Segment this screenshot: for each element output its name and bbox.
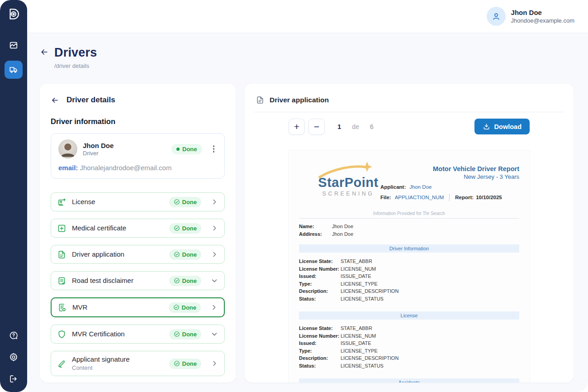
doc-field-row: Type:LICENSE_TYPE xyxy=(299,347,519,355)
sidebar-item-image[interactable] xyxy=(5,36,23,54)
sidebar-item-logout[interactable] xyxy=(9,374,19,384)
zoom-out-button[interactable]: − xyxy=(308,119,325,135)
user-menu[interactable]: Jhon Doe Jhondoe@example.com xyxy=(487,7,574,26)
chevron-down-icon[interactable] xyxy=(210,330,218,338)
panel-back-icon[interactable] xyxy=(51,96,59,105)
check-circle-icon xyxy=(174,277,180,284)
kebab-menu-icon[interactable] xyxy=(210,143,218,154)
status-badge: Done xyxy=(169,302,201,313)
logout-icon xyxy=(9,374,19,384)
driver-role: Driver xyxy=(83,150,114,157)
doc-field-row: License State:STATE_ABBR xyxy=(299,258,519,265)
image-icon xyxy=(9,40,19,50)
settings-icon xyxy=(9,352,19,362)
checklist-item-label: License xyxy=(72,198,95,206)
checklist-item-label: MVR xyxy=(72,303,87,311)
chevron-right-icon[interactable] xyxy=(210,198,218,206)
checklist-item-label: Medical certificate xyxy=(72,224,126,232)
checklist-item-mvr[interactable]: MVRDone xyxy=(51,297,225,317)
user-avatar-icon xyxy=(487,7,506,26)
doc-section-banner-accidents: Accidents xyxy=(299,378,519,382)
viewer-controls: + − 1 de 6 Dowload xyxy=(289,118,530,135)
brand-logo-icon[interactable] xyxy=(7,7,20,21)
check-circle-icon xyxy=(174,225,180,231)
doc-field-row: Status:LICENSE_STATUS xyxy=(299,362,519,370)
doc-field-row: Issued:ISSUE_DATE xyxy=(299,339,519,347)
check-circle-icon xyxy=(173,304,180,311)
report-date-label: Report: xyxy=(455,195,474,200)
total-pages: 6 xyxy=(370,123,374,130)
driver-photo xyxy=(58,139,77,158)
chevron-right-icon[interactable] xyxy=(210,303,218,311)
file-value: APPLIACTION_NUM xyxy=(395,195,444,200)
download-icon xyxy=(483,123,490,130)
driver-name: Jhon Doe xyxy=(83,142,114,150)
doc-field-row: Type:LICENSE_TYPE xyxy=(299,280,519,288)
license-icon xyxy=(57,197,66,207)
page-of-label: de xyxy=(352,123,359,130)
sidebar-footer xyxy=(9,330,19,384)
sidebar-item-truck[interactable] xyxy=(5,61,23,79)
user-email: Jhondoe@example.com xyxy=(511,17,574,24)
app-window: Jhon Doe Jhondoe@example.com Drivers /dr… xyxy=(0,0,588,392)
doc-section-fields: License State:STATE_ABBRLicense Number:L… xyxy=(299,325,519,369)
doc-field-row: License Number:LICENSE_NUM xyxy=(299,332,519,340)
doc-field-row: Status:LICENSE_STATUS xyxy=(299,295,519,303)
checklist-item-medical-certificate[interactable]: Medical certificateDone xyxy=(51,219,225,238)
status-badge: Done xyxy=(169,197,202,207)
page-header: Drivers /driver details xyxy=(40,46,97,69)
email-label: email: xyxy=(58,164,78,172)
check-circle-icon xyxy=(174,360,180,367)
zoom-in-button[interactable]: + xyxy=(289,119,305,135)
doc-field-row: Issued:ISSUE_DATE xyxy=(299,272,519,280)
user-name: Jhon Doe xyxy=(511,9,574,17)
status-badge: Done xyxy=(169,329,202,339)
checklist-item-label: Driver application xyxy=(72,250,124,258)
file-label: File: xyxy=(380,195,391,200)
breadcrumb: /driver details xyxy=(54,62,97,69)
doc-section-banner-license: License xyxy=(299,311,519,320)
truck-icon xyxy=(9,65,19,75)
checklist-item-label: Road test disclaimer xyxy=(72,277,133,285)
status-badge: Done xyxy=(169,359,202,369)
doc-sections: Driver InformationLicense State:STATE_AB… xyxy=(299,244,519,382)
checklist-item-road-test-disclaimer[interactable]: Road test disclaimerDone xyxy=(51,271,225,290)
chevron-right-icon[interactable] xyxy=(210,250,218,258)
brand-name: StarPoint xyxy=(318,176,378,189)
shield-icon xyxy=(57,330,66,339)
checklist-item-label: MVR Certification xyxy=(72,330,125,338)
checklist-item-driver-application[interactable]: Driver applicationDone xyxy=(51,245,225,264)
checklist-item-license[interactable]: LicenseDone xyxy=(51,192,225,211)
sidebar-item-settings[interactable] xyxy=(9,352,19,362)
section-title: Driver information xyxy=(51,117,225,126)
checklist-item-label: Applicant signature xyxy=(72,355,130,363)
download-button[interactable]: Dowload xyxy=(474,119,530,134)
doc-field-row: Description:LICENSE_DESCRIPTION xyxy=(299,287,519,295)
checklist-item-mvr-certification[interactable]: MVR CertificationDone xyxy=(51,325,225,344)
viewer-title: Driver application xyxy=(270,96,329,104)
divider xyxy=(254,112,564,112)
panel-title: Driver details xyxy=(66,96,115,105)
driver-status-badge: Done xyxy=(171,144,202,154)
chevron-right-icon[interactable] xyxy=(210,359,218,368)
status-badge: Done xyxy=(169,276,202,286)
file-icon xyxy=(256,96,265,105)
sidebar-item-help[interactable] xyxy=(9,330,19,340)
report-date-value: 10/10/2025 xyxy=(476,195,502,200)
check-circle-icon xyxy=(174,251,180,258)
driver-card: Jhon Doe Driver Done email: Jhonalejandr… xyxy=(51,133,225,179)
checklist-item-applicant-signature[interactable]: Applicant signatureContentDone xyxy=(51,351,225,376)
current-page: 1 xyxy=(337,123,341,130)
doc-row-addiress: Addiress:Jhon Doe xyxy=(299,230,519,238)
chevron-right-icon[interactable] xyxy=(210,224,218,232)
checklist-item-sublabel: Content xyxy=(72,364,130,372)
doc-row-name: Name:Jhon Doe xyxy=(299,223,519,230)
status-badge: Done xyxy=(169,249,202,260)
chevron-down-icon[interactable] xyxy=(210,277,218,285)
page-title: Drivers xyxy=(54,46,97,60)
page-back-icon[interactable] xyxy=(40,48,49,57)
applicant-value: Jhon Doe xyxy=(409,184,432,190)
clipboard-icon xyxy=(57,276,66,286)
doc-disclaimer: Information Provided for Thr Search xyxy=(299,211,519,216)
medical-icon xyxy=(57,224,66,233)
